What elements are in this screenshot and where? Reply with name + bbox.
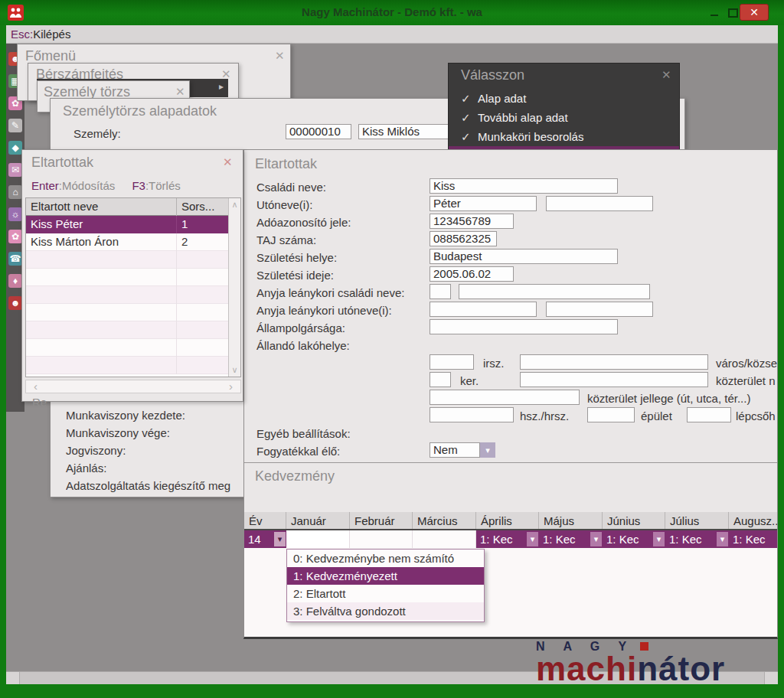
home-icon[interactable]: ⌂: [8, 185, 22, 199]
list-row-empty[interactable]: [26, 321, 228, 339]
eltartottak-list-close-icon[interactable]: ✕: [223, 155, 233, 169]
list-horizontal-scrollbar[interactable]: ‹ ›: [25, 380, 241, 393]
valasszon-item-tovabbi-alap-adat[interactable]: ✓ További alap adat: [449, 108, 679, 127]
fogyatekos-dropdown-arrow-icon[interactable]: ▾: [480, 442, 495, 458]
sun-icon[interactable]: ☼: [8, 207, 22, 221]
nagy-machinator-logo: N A G Y machinátor: [536, 640, 773, 683]
csaladi-neve-input[interactable]: Kiss: [430, 178, 618, 194]
fogyatekos-select[interactable]: Nem: [430, 442, 480, 458]
szuletesi-ideje-input[interactable]: 2005.06.02: [430, 266, 514, 282]
flower2-icon[interactable]: ✿: [8, 230, 22, 243]
adatszolgaltatas-label: Adatszolgáltatás kiegészítő meg: [66, 479, 246, 492]
submenu-arrow-icon: ▸: [219, 81, 224, 92]
kedvezmeny-col-aprilis[interactable]: Április: [476, 512, 539, 530]
anyja-csaladi-input[interactable]: [459, 284, 650, 299]
fomenu-close-icon[interactable]: ✕: [275, 49, 285, 63]
epulet-input[interactable]: [587, 407, 635, 422]
dropdown-option-2[interactable]: 2: Eltartott: [287, 585, 484, 602]
eltartottak-list-title: Eltartottak: [31, 155, 93, 171]
valasszon-item-alap-adat[interactable]: ✓ Alap adat: [449, 89, 679, 108]
diamond2-icon[interactable]: ♦: [8, 274, 22, 288]
anyja-csaladi-prefix-input[interactable]: [430, 284, 451, 299]
anyja-utonev-input[interactable]: [430, 302, 537, 317]
list-row-empty[interactable]: [26, 269, 228, 286]
kedvezmeny-col-junius[interactable]: Június: [603, 512, 665, 530]
scroll-left-icon[interactable]: ‹: [34, 380, 38, 393]
dropdown-arrow-icon[interactable]: ▾: [653, 532, 665, 546]
list-row-empty[interactable]: [26, 304, 228, 321]
szemely-code-input[interactable]: 00000010: [286, 124, 351, 139]
kedvezmeny-aprilis-cell[interactable]: 1: Kec ▾: [476, 530, 539, 548]
dropdown-arrow-icon[interactable]: ▾: [590, 532, 602, 546]
allampolgarsag-input[interactable]: [430, 319, 618, 334]
szuletesi-helye-input[interactable]: Budapest: [430, 249, 618, 264]
kozterulet-jellege-input[interactable]: [430, 390, 580, 405]
szuletesi-helye-label: Születési helye:: [256, 251, 337, 264]
scrollbar-corner-left[interactable]: [6, 672, 20, 685]
diamond-icon[interactable]: ◆: [8, 141, 22, 155]
mail-icon[interactable]: ✉: [8, 163, 22, 177]
szemely-name-input[interactable]: Kiss Miklós: [358, 124, 452, 139]
scroll-down-icon[interactable]: ∨: [229, 365, 240, 375]
kedvezmeny-majus-cell[interactable]: 1: Kec ▾: [539, 530, 603, 548]
people2-icon[interactable]: ☻: [8, 296, 22, 310]
edit-icon[interactable]: ✎: [8, 119, 22, 132]
kedvezmeny-col-augusztus[interactable]: Augusz...: [729, 512, 778, 530]
csaladi-neve-label: Családi neve:: [256, 181, 326, 194]
jogviszony-label: Jogviszony:: [66, 444, 126, 457]
dropdown-arrow-icon[interactable]: ▾: [717, 532, 728, 546]
ker-input[interactable]: [430, 372, 451, 387]
kedvezmeny-junius-cell[interactable]: 1: Kec ▾: [603, 530, 665, 548]
close-button[interactable]: ✕: [740, 4, 769, 21]
kedvezmeny-julius-cell[interactable]: 1: Kec ▾: [665, 530, 729, 548]
list-row[interactable]: Kiss Márton Áron 2: [26, 233, 228, 251]
valasszon-item-munkakori-besorolas[interactable]: ✓ Munkaköri besorolás: [449, 127, 679, 146]
background-text-fragment: Re: [32, 396, 47, 409]
kedvezmeny-col-ev[interactable]: Év: [244, 512, 286, 530]
varos-input[interactable]: [520, 354, 708, 370]
utonev-input[interactable]: Péter: [430, 196, 537, 211]
list-vertical-scrollbar[interactable]: ∧ ∨: [228, 198, 240, 377]
kedvezmeny-januar-cell-editor[interactable]: [286, 530, 350, 548]
kedvezmeny-februar-cell[interactable]: [350, 530, 413, 548]
kedvezmeny-col-julius[interactable]: Július: [665, 512, 729, 530]
lepcsohaz-input[interactable]: [687, 407, 731, 422]
kedvezmeny-col-januar[interactable]: Január: [286, 512, 350, 530]
kedvezmeny-marcius-cell[interactable]: [413, 530, 476, 548]
szemely-torzs-close-icon[interactable]: ✕: [175, 85, 185, 99]
dropdown-option-3[interactable]: 3: Felváltva gondozott: [287, 602, 484, 620]
dropdown-arrow-icon[interactable]: ▾: [527, 532, 538, 546]
list-row-empty[interactable]: [26, 251, 228, 269]
logo-machi: machi: [536, 650, 637, 687]
taj-input[interactable]: 088562325: [430, 231, 497, 246]
list-row-empty[interactable]: [26, 339, 228, 357]
valasszon-item-label: További alap adat: [478, 108, 568, 127]
list-row-selected[interactable]: Kiss Péter 1: [26, 216, 228, 233]
list-col-sorszam[interactable]: Sors...: [177, 198, 228, 216]
hsz-input[interactable]: [430, 407, 514, 422]
lakohely-label: Állandó lakóhelye:: [256, 339, 350, 352]
anyja-utonev2-input[interactable]: [546, 302, 653, 317]
scroll-up-icon[interactable]: ∧: [229, 200, 240, 210]
exit-menu-item[interactable]: Esc:Kilépés: [11, 28, 70, 41]
list-row-empty[interactable]: [26, 286, 228, 304]
kozterulet-neve-input[interactable]: [520, 372, 708, 387]
kedvezmeny-col-februar[interactable]: Február: [350, 512, 413, 530]
irsz-input[interactable]: [430, 354, 474, 370]
list-row-empty[interactable]: [26, 357, 228, 374]
adoazonosito-input[interactable]: 123456789: [430, 214, 514, 229]
kedvezmeny-augusztus-cell[interactable]: 1: Kec ▾: [729, 530, 778, 548]
dropdown-option-0[interactable]: 0: Kedvezménybe nem számító: [287, 550, 484, 567]
dropdown-option-1-selected[interactable]: 1: Kedvezményezett: [287, 567, 484, 585]
utonev2-input[interactable]: [546, 196, 653, 211]
kedvezmeny-col-marcius[interactable]: Március: [413, 512, 476, 530]
list-col-eltartott-neve[interactable]: Eltartott neve: [26, 198, 177, 216]
dropdown-arrow-icon[interactable]: ▾: [274, 532, 286, 546]
minimize-button[interactable]: [705, 6, 723, 20]
window-titlebar[interactable]: Nagy Machinátor - Demó kft. - wa ✕: [0, 0, 784, 25]
scroll-right-icon[interactable]: ›: [229, 380, 233, 393]
valasszon-close-icon[interactable]: ✕: [662, 68, 671, 82]
phone-icon[interactable]: ☎: [8, 252, 22, 266]
kedvezmeny-ev-cell[interactable]: 14 ▾: [244, 530, 286, 548]
kedvezmeny-col-majus[interactable]: Május: [539, 512, 603, 530]
